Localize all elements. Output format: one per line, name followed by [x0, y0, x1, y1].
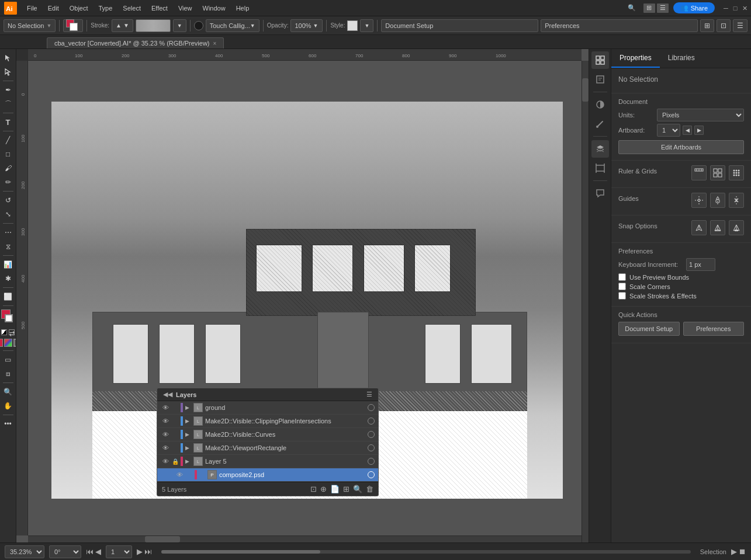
create-new-sublayer-btn[interactable]: ⊕ — [320, 485, 327, 493]
menu-help[interactable]: Help — [231, 3, 254, 13]
layer-visibility-toggle[interactable]: 👁 — [161, 403, 170, 412]
stroke-dropdown[interactable]: ▼ — [173, 19, 186, 32]
workspace-grid-icon[interactable]: ⊞ — [643, 4, 655, 13]
layer-row[interactable]: 👁 🔒 ▶ L Layer 5 — [157, 455, 378, 468]
layer-row[interactable]: 👁 ▶ L Make2D::Visible::Curves — [157, 428, 378, 441]
minimize-button[interactable]: ─ — [722, 4, 730, 12]
screen-mode-btn[interactable]: ▭ — [2, 353, 15, 366]
menu-edit[interactable]: Edit — [43, 3, 64, 13]
tab-close-button[interactable]: × — [213, 40, 217, 47]
artboard-select[interactable]: 1 — [657, 124, 680, 137]
use-preview-bounds-label[interactable]: Use Preview Bounds — [629, 274, 689, 281]
search-icon[interactable]: 🔍 — [625, 1, 639, 15]
menu-effect[interactable]: Effect — [147, 3, 172, 13]
layer-visibility-toggle[interactable]: 👁 — [175, 470, 184, 479]
arrange-btn[interactable]: ☰ — [733, 19, 747, 32]
stroke-swatch[interactable] — [5, 314, 13, 322]
symbol-tool[interactable]: ✱ — [2, 272, 15, 285]
layer-row[interactable]: 👁 P composite2.psd — [157, 468, 378, 482]
rect-tool[interactable]: □ — [2, 148, 15, 161]
artboard-tool[interactable]: ⬜ — [2, 290, 15, 303]
layer-expand-btn[interactable]: ▶ — [185, 418, 193, 424]
swap-colors-icon[interactable]: ⇄ — [9, 329, 15, 335]
document-setup-button[interactable]: Document Setup — [381, 19, 538, 32]
scale-corners-label[interactable]: Scale Corners — [629, 283, 670, 290]
style-dropdown[interactable]: ▼ — [360, 19, 373, 32]
next-frame-btn[interactable]: ▶ — [137, 547, 143, 556]
layers-icon-btn[interactable] — [591, 140, 609, 158]
artboard-prev-btn[interactable]: ◀ — [683, 126, 692, 135]
opacity-selector[interactable]: 100% ▼ — [290, 19, 323, 32]
brushes-icon-btn[interactable] — [591, 115, 609, 133]
more-tools[interactable]: ••• — [2, 418, 15, 430]
create-layer-comp-btn[interactable]: ⊞ — [343, 485, 349, 493]
layer-target-circle[interactable] — [368, 404, 375, 411]
scale-tool[interactable]: ⤡ — [2, 208, 15, 221]
pen-tool[interactable]: ✒ — [2, 84, 15, 96]
canvas-viewport[interactable]: ◀◀ Layers ☰ 👁 ▶ L ground — [28, 61, 582, 535]
lock-guides-btn[interactable] — [710, 193, 725, 208]
selection-indicator[interactable]: No Selection ▼ — [4, 19, 56, 32]
color-mode-btn[interactable] — [0, 339, 3, 347]
draw-mode-btn[interactable]: ⧈ — [2, 367, 15, 380]
fill-color-btn[interactable] — [63, 19, 83, 32]
layer-lock-toggle[interactable]: 🔒 — [171, 458, 179, 465]
default-colors-icon[interactable] — [1, 329, 7, 335]
make-clipping-mask-btn[interactable]: ⊡ — [310, 485, 317, 493]
layer-row[interactable]: 👁 ▶ L Make2D::Visible::ClippingPlaneInte… — [157, 415, 378, 428]
menu-window[interactable]: Window — [198, 3, 230, 13]
layer-expand-btn[interactable]: ▶ — [185, 458, 193, 464]
pencil-tool[interactable]: ✏ — [2, 176, 15, 189]
curvature-tool[interactable]: ⌒ — [2, 98, 15, 110]
close-button[interactable]: ✕ — [740, 4, 749, 12]
libraries-icon-btn[interactable] — [591, 71, 609, 88]
workspace-list-icon[interactable]: ☰ — [657, 4, 669, 13]
transform-btn[interactable]: ⊡ — [717, 19, 731, 32]
units-select[interactable]: Pixels Inches Centimeters Millimeters Po… — [657, 109, 744, 121]
show-dot-grid-btn[interactable] — [729, 165, 744, 180]
document-tab[interactable]: cba_vector [Converted].AI* @ 35.23 % (RG… — [47, 37, 224, 48]
layer-expand-btn[interactable]: ▶ — [185, 445, 193, 451]
warp-tool[interactable]: ⋯ — [2, 226, 15, 239]
progress-bar[interactable] — [161, 550, 691, 554]
align-btn[interactable]: ⊞ — [700, 19, 714, 32]
zoom-tool[interactable]: 🔍 — [2, 385, 15, 398]
menu-select[interactable]: Select — [118, 3, 146, 13]
layer-expand-btn[interactable]: ▶ — [185, 405, 193, 411]
scale-corners-checkbox[interactable] — [618, 283, 626, 290]
stop-btn[interactable]: ⏹ — [739, 547, 746, 556]
hand-tool[interactable]: ✋ — [2, 399, 15, 412]
menu-view[interactable]: View — [174, 3, 197, 13]
zoom-select[interactable]: 35.23% 50% 100% — [5, 545, 44, 558]
maximize-button[interactable]: □ — [731, 4, 739, 12]
hscroll-thumb[interactable] — [145, 536, 180, 542]
layer-target-circle[interactable] — [368, 444, 375, 451]
rotation-select[interactable]: 0° — [49, 545, 81, 558]
edit-artboards-button[interactable]: Edit Artboards — [618, 140, 744, 154]
swatches-icon-btn[interactable] — [591, 96, 609, 113]
callig-selector[interactable]: Touch Callig... ▼ — [206, 19, 259, 32]
create-new-layer-btn[interactable]: 📄 — [330, 485, 340, 493]
layers-panel-collapse-btn[interactable]: ◀◀ — [162, 391, 174, 398]
rotate-tool[interactable]: ↺ — [2, 194, 15, 207]
type-tool[interactable]: T — [2, 116, 15, 128]
layers-menu-btn[interactable]: ☰ — [365, 391, 373, 398]
layer-visibility-toggle[interactable]: 👁 — [161, 457, 170, 466]
layer-row[interactable]: 👁 ▶ L ground — [157, 401, 378, 415]
locate-object-btn[interactable]: 🔍 — [353, 485, 362, 493]
snap-to-point-btn[interactable] — [691, 220, 707, 235]
show-rulers-btn[interactable] — [691, 165, 707, 180]
selection-tool[interactable] — [2, 51, 15, 64]
quick-document-setup-button[interactable]: Document Setup — [618, 322, 680, 336]
direct-selection-tool[interactable] — [2, 65, 15, 78]
layer-row[interactable]: 👁 ▶ L Make2D::ViewportRectangle — [157, 441, 378, 455]
tab-libraries[interactable]: Libraries — [660, 49, 703, 68]
stroke-selector[interactable]: ▲ ▼ — [112, 19, 133, 32]
preferences-button[interactable]: Preferences — [541, 19, 698, 32]
prev-frame-btn[interactable]: ◀ — [95, 547, 101, 556]
page-select[interactable]: 1 — [106, 545, 132, 558]
layer-target-circle[interactable] — [368, 458, 375, 465]
scale-strokes-checkbox[interactable] — [618, 292, 626, 300]
layer-visibility-toggle[interactable]: 👁 — [161, 430, 170, 439]
first-frame-btn[interactable]: ⏮ — [86, 547, 94, 556]
